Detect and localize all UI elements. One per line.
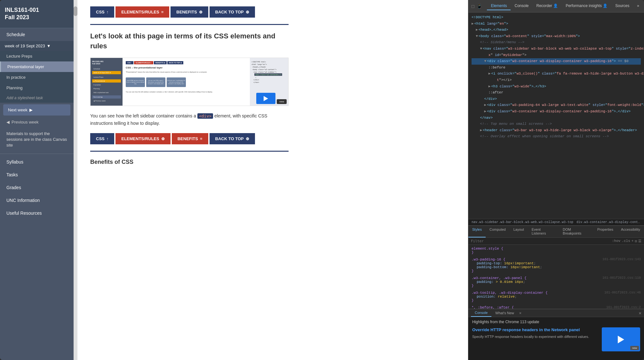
html-line-h3[interactable]: ▶<h3 class="w3-wide">…</h3> bbox=[472, 84, 641, 90]
next-week-label: Next week bbox=[8, 108, 28, 112]
console-tab-whats-new[interactable]: What's New bbox=[491, 309, 518, 316]
back-to-top-button-bottom[interactable]: BACK TO TOP ⊕ bbox=[210, 133, 255, 144]
nav-buttons-top: CSS ↑ ELEMENTS/RULES ≡ BENEFITS ⊕ BACK T… bbox=[90, 6, 289, 18]
page-content: CSS ↑ ELEMENTS/RULES ≡ BENEFITS ⊕ BACK T… bbox=[77, 0, 301, 179]
html-tree: <!DOCTYPE html> ▶<html lang="en"> ▶<head… bbox=[468, 12, 644, 219]
submenu-item-in-practice[interactable]: In practice bbox=[0, 72, 74, 83]
tab-event-listeners[interactable]: Event Listeners bbox=[528, 226, 559, 237]
html-line-nav[interactable]: ▼<nav class="w3-sidebar w3-bar-block w3-… bbox=[472, 46, 641, 52]
fake-box2: you can use CSS to give it instructions … bbox=[146, 77, 165, 87]
benefits-button[interactable]: BENEFITS ⊕ bbox=[171, 6, 208, 18]
css-icon: ↑ bbox=[107, 10, 109, 14]
fake-sidebar: INLS161-001Fall 2023 Schedule week of 19… bbox=[91, 58, 123, 106]
fake-planning: Planning bbox=[92, 87, 121, 90]
video-thumbnail[interactable] bbox=[256, 93, 275, 104]
week-selector[interactable]: week of 19 Sept 2023 ▼ bbox=[0, 41, 74, 51]
filter-icon1[interactable]: ⊡ bbox=[635, 239, 637, 243]
close-console-icon[interactable]: ✕ bbox=[639, 310, 641, 316]
new-badge: new bbox=[277, 99, 287, 104]
week-label: week of 19 Sept 2023 bbox=[5, 44, 45, 48]
close-whats-new-icon[interactable]: ✕ bbox=[519, 311, 521, 316]
html-line-close-nav: </nav> bbox=[472, 115, 641, 121]
backtop-icon-bottom: ⊕ bbox=[246, 136, 249, 141]
console-tabs: Console What's New ✕ ✕ bbox=[468, 309, 644, 317]
highlights-title: Highlights from the Chrome 113 update bbox=[472, 320, 640, 324]
next-week-icon: ▶ bbox=[29, 108, 33, 112]
add-task-link[interactable]: Add a stylesheet task bbox=[0, 93, 74, 103]
article-text: Override HTTP response headers in the Ne… bbox=[472, 327, 598, 351]
fake-add-task: Add a stylesheet task bbox=[92, 91, 121, 94]
tab-styles[interactable]: Styles bbox=[468, 226, 486, 237]
sidebar-item-syllabus[interactable]: Syllabus bbox=[0, 156, 74, 168]
sidebar-item-schedule[interactable]: Schedule bbox=[0, 28, 74, 41]
fake-presentational: ● Presentational bbox=[92, 79, 121, 83]
styles-content: element.style { } .w3-padding-16 {161-00… bbox=[468, 245, 644, 309]
elements-label: ELEMENTS/RULES bbox=[121, 10, 159, 14]
submenu-item-presentational[interactable]: Presentational layer bbox=[0, 61, 74, 72]
styles-filter-input[interactable] bbox=[471, 239, 611, 243]
fake-box3: if it finds none, it will display the el… bbox=[167, 77, 186, 87]
html-line-div-container[interactable]: ▼<div class="w3-container w3-display-con… bbox=[472, 58, 641, 65]
tab-sources[interactable]: Sources bbox=[611, 2, 633, 10]
css-rule-w3-padding: .w3-padding-16 {161-001f2023.css:143 pad… bbox=[472, 258, 641, 273]
breadcrumb-nav[interactable]: nav.w3-sidebar.w3-bar-block.w3-web.w3-co… bbox=[472, 220, 573, 224]
fake-main: CSS ↑ ELEMENTS/RULES ≡ BENEFITS ⊕ BACK T… bbox=[123, 58, 250, 106]
article-title[interactable]: Override HTTP response headers in the Ne… bbox=[472, 327, 598, 332]
filter-icon2[interactable]: ☰ bbox=[638, 239, 641, 243]
tab-console[interactable]: Console bbox=[511, 2, 532, 10]
sidebar-item-tasks[interactable]: Tasks bbox=[0, 168, 74, 181]
css-button-bottom[interactable]: CSS ↑ bbox=[90, 133, 114, 144]
html-line-div-display[interactable]: ▶<div class="w3-container w3-display-con… bbox=[472, 108, 641, 115]
css-button[interactable]: CSS ↑ bbox=[90, 6, 114, 18]
breadcrumb-div[interactable]: div.w3-container.w3-display-container.w3… bbox=[576, 220, 644, 224]
benefits-icon: ⊕ bbox=[199, 10, 203, 14]
console-tab-console[interactable]: Console bbox=[471, 309, 491, 317]
css-label: CSS bbox=[96, 10, 105, 14]
tab-properties[interactable]: Properties bbox=[593, 226, 617, 237]
sidebar-divider bbox=[0, 154, 74, 154]
sidebar-item-unc-information[interactable]: UNC Information bbox=[0, 194, 74, 207]
fake-css-btn: CSS ↑ bbox=[126, 61, 133, 64]
browser-window: INLS161-001 Fall 2023 Schedule week of 1… bbox=[0, 0, 644, 360]
tab-computed[interactable]: Computed bbox=[486, 226, 510, 237]
submenu-item-lecture-preps[interactable]: Lecture Preps bbox=[0, 51, 74, 61]
next-week-button[interactable]: Next week ▶ bbox=[3, 104, 70, 116]
back-to-top-button[interactable]: BACK TO TOP ⊕ bbox=[210, 6, 255, 18]
html-line-nav-cont: x" id="mySidebar"> bbox=[472, 52, 641, 59]
tab-layout[interactable]: Layout bbox=[510, 226, 528, 237]
tab-more[interactable]: » bbox=[633, 2, 643, 10]
html-line-header[interactable]: ▶<header class="w3-bar w3-top w3-hide-la… bbox=[472, 127, 641, 134]
inspect-icon[interactable]: ⬚ bbox=[472, 4, 474, 9]
sidebar-item-grades[interactable]: Grades bbox=[0, 181, 74, 194]
elements-icon: ≡ bbox=[161, 10, 164, 14]
device-icon[interactable]: 📱 bbox=[477, 4, 482, 9]
css-rule-w3-container: .w3-container, .w3-panel {161-001f2023.c… bbox=[472, 276, 641, 288]
week-arrow-icon: ▼ bbox=[47, 44, 51, 48]
html-line-i[interactable]: ▶<i onclick="w3_close()" class="fa fa-re… bbox=[472, 71, 641, 77]
css-icon-bottom: ↑ bbox=[107, 136, 109, 141]
tab-recorder[interactable]: Recorder 👤 bbox=[533, 2, 562, 10]
benefits-button-bottom[interactable]: BENEFITS ≡ bbox=[172, 133, 208, 144]
elements-rules-button-bottom[interactable]: ELEMENTS/RULES ⊕ bbox=[115, 133, 170, 144]
tab-elements[interactable]: Elements bbox=[487, 2, 511, 10]
elements-rules-button[interactable]: ELEMENTS/RULES ≡ bbox=[115, 6, 169, 18]
fake-elements-btn: ELEMENTS/RULES ≡ bbox=[134, 61, 153, 64]
html-line-comment-top: <!-- Top menu on small screens --> bbox=[472, 121, 641, 127]
filter-cls[interactable]: .cls bbox=[622, 239, 630, 243]
filter-hov[interactable]: :hov bbox=[612, 239, 620, 243]
tab-dom-breakpoints[interactable]: DOM Breakpoints bbox=[559, 226, 593, 237]
submenu-item-planning[interactable]: Planning bbox=[0, 83, 74, 93]
fake-backtop-btn: BACK TO TOP ⊕ bbox=[167, 61, 183, 64]
html-line-div-padding[interactable]: ▶<div class="w3-padding-64 w3-large w3-t… bbox=[472, 102, 641, 108]
article-video-thumb[interactable]: new bbox=[602, 327, 640, 351]
tab-performance-insights[interactable]: Performance insights 👤 bbox=[562, 2, 611, 10]
benefits-heading: Benefits of CSS bbox=[90, 158, 289, 166]
tab-accessibility[interactable]: Accessibility bbox=[617, 226, 644, 237]
html-line-body[interactable]: ▼<body class="w3-content" style="max-wid… bbox=[472, 33, 641, 40]
sidebar-item-useful-resources[interactable]: Useful Resources bbox=[0, 207, 74, 220]
prev-week-button[interactable]: ◀ Previous week bbox=[0, 117, 74, 127]
body-paragraph: You can see how the left sidebar contain… bbox=[90, 112, 289, 127]
sidebar-scrollbar[interactable] bbox=[74, 0, 77, 360]
filter-add[interactable]: + bbox=[632, 239, 634, 243]
html-line-close-div: </div> bbox=[472, 96, 641, 102]
